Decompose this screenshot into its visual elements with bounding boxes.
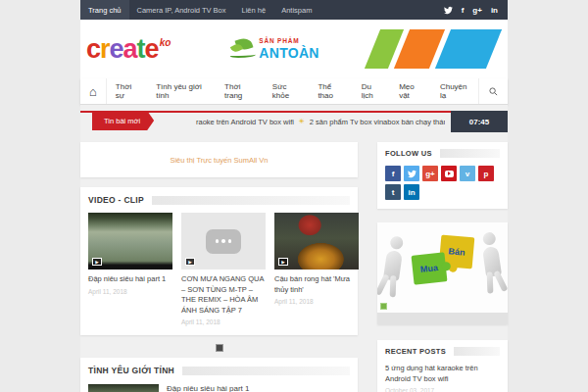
section-title-love: TÌNH YÊU GIỚI TÍNH xyxy=(88,366,174,375)
recent-posts-widget: RECENT POSTS 5 ứng dụng hát karaoke trên… xyxy=(377,340,508,392)
facebook-icon[interactable]: f xyxy=(462,6,465,15)
tumblr-icon[interactable]: t xyxy=(385,184,401,200)
video-date: April 11, 2018 xyxy=(274,298,359,305)
twitter-icon[interactable] xyxy=(444,6,453,15)
badge-top-text: SẢN PHẨM xyxy=(259,38,318,45)
recent-post-item[interactable]: 5 ứng dụng hát karaoke trên Android TV b… xyxy=(385,364,500,392)
ticker-bullet-icon: ✳ xyxy=(299,118,305,125)
video-thumbnail[interactable]: ▶ xyxy=(88,213,172,270)
figure-left xyxy=(380,235,408,282)
recent-post-link[interactable]: 5 ứng dụng hát karaoke trên Android TV b… xyxy=(385,364,500,384)
section-divider xyxy=(80,341,358,358)
play-badge-icon: ▶ xyxy=(278,258,288,266)
play-badge-icon: ▶ xyxy=(92,258,102,266)
leaf-icon xyxy=(230,38,256,60)
search-icon[interactable] xyxy=(478,78,508,104)
logo-suffix: ko xyxy=(160,37,172,48)
video-card[interactable]: ▶ CƠN MƯA NGANG QUA – SƠN TÙNG M-TP – TH… xyxy=(181,213,266,325)
recent-post-date: October 03, 2017 xyxy=(385,387,500,392)
nav-item-thoi-su[interactable]: Thời sự xyxy=(107,78,147,104)
play-badge-icon: ▶ xyxy=(185,258,195,266)
love-section: TÌNH YÊU GIỚI TÍNH Đập niêu siêu hài par… xyxy=(80,358,358,392)
nav-item-the-thao[interactable]: Thể thao xyxy=(309,78,352,104)
clock-display: 07:45 xyxy=(451,111,508,132)
topbar: Trang chủ Camera IP, Android TV Box Liên… xyxy=(80,0,508,20)
content-column: Siêu thị Trực tuyến SumAll Vn VIDEO - CL… xyxy=(80,142,358,392)
divider-square-icon[interactable] xyxy=(216,344,223,352)
site-logo[interactable]: createko xyxy=(86,36,170,63)
facebook-icon[interactable]: f xyxy=(385,166,401,181)
figure-right xyxy=(477,231,505,278)
google-plus-icon[interactable]: g+ xyxy=(472,6,482,15)
safe-product-badge[interactable]: SẢN PHẨM ANTOÀN xyxy=(230,38,318,60)
video-title[interactable]: CƠN MƯA NGANG QUA – SƠN TÙNG M-TP – THE … xyxy=(181,274,266,316)
promo-box: Siêu thị Trực tuyến SumAll Vn xyxy=(80,142,358,177)
topbar-item-antispam[interactable]: Antispam xyxy=(273,0,319,20)
nav-item-tinh-yeu[interactable]: Tình yêu giới tính xyxy=(147,78,216,104)
section-strip xyxy=(152,196,350,205)
header-banner[interactable] xyxy=(363,26,502,72)
section-strip xyxy=(454,347,500,356)
video-date: April 11, 2018 xyxy=(181,318,266,325)
nav-item-chuyen-la[interactable]: Chuyện lạ xyxy=(431,78,478,104)
video-clip-section: VIDEO - CLIP ▶ Đập niêu siêu hài part 1 … xyxy=(80,187,358,335)
youtube-placeholder-icon xyxy=(206,229,241,254)
topbar-item-contact[interactable]: Liên hệ xyxy=(234,0,274,20)
youtube-icon[interactable] xyxy=(441,166,457,181)
ticker-label[interactable]: Tin bài mới xyxy=(92,111,154,130)
article-title[interactable]: Đập niêu siêu hài part 1 xyxy=(167,384,251,392)
linkedin-icon[interactable]: in xyxy=(491,6,498,15)
main-nav: ⌂ Thời sự Tình yêu giới tính Thời trang … xyxy=(80,78,508,105)
recent-posts-title: RECENT POSTS xyxy=(385,347,446,356)
section-title-video: VIDEO - CLIP xyxy=(88,195,144,205)
logo-word: create xyxy=(86,34,159,64)
ticker-item[interactable]: 2 sản phẩm Tv box vinabox bán chạy tháng… xyxy=(310,118,445,126)
linkedin-icon[interactable]: in xyxy=(404,184,419,200)
nav-item-meo-vat[interactable]: Mẹo vặt xyxy=(390,78,431,104)
video-thumbnail[interactable]: ▶ xyxy=(274,213,359,270)
video-card[interactable]: ▶ Đập niêu siêu hài part 1 April 11, 201… xyxy=(88,213,172,325)
topbar-social: f g+ in xyxy=(444,0,508,20)
banner-stripe-blue xyxy=(435,29,502,69)
sidebar: FOLLOW US f g+ v p t in xyxy=(377,142,508,392)
nav-item-du-lich[interactable]: Du lịch xyxy=(353,78,390,104)
article-thumbnail[interactable] xyxy=(88,384,159,392)
ad-corner-icon xyxy=(380,303,387,310)
article-list-item[interactable]: Đập niêu siêu hài part 1 April 11, 2018 … xyxy=(88,384,350,392)
google-plus-icon[interactable]: g+ xyxy=(422,166,438,181)
follow-us-widget: FOLLOW US f g+ v p t in xyxy=(377,142,508,209)
badge-bottom-text: ANTOÀN xyxy=(259,46,318,60)
nav-item-suc-khoe[interactable]: Sức khỏe xyxy=(264,78,310,104)
ad-caption-strip xyxy=(377,313,508,324)
video-card[interactable]: ▶ Cậu bán rong hát 'Mưa thủy tinh' April… xyxy=(274,213,359,325)
follow-us-title: FOLLOW US xyxy=(385,149,432,158)
topbar-item-home[interactable]: Trang chủ xyxy=(80,0,129,20)
topbar-item-camera[interactable]: Camera IP, Android TV Box xyxy=(129,0,234,20)
page-container: Trang chủ Camera IP, Android TV Box Liên… xyxy=(80,0,508,392)
pinterest-icon[interactable]: p xyxy=(478,166,494,181)
ad-banner[interactable]: Bán Mua xyxy=(377,222,508,324)
puzzle-mua: Mua xyxy=(412,252,448,284)
nav-item-thoi-trang[interactable]: Thời trang xyxy=(216,78,264,104)
promo-link[interactable]: Siêu thị Trực tuyến SumAll Vn xyxy=(170,156,268,165)
video-title[interactable]: Cậu bán rong hát 'Mưa thủy tinh' xyxy=(274,274,359,295)
social-buttons: f g+ v p t in xyxy=(385,166,500,200)
section-strip xyxy=(182,367,350,375)
video-date: April 11, 2018 xyxy=(88,288,172,295)
ticker-track: raoke trên Android TV box wifi ✳ 2 sản p… xyxy=(196,113,445,130)
ad-image: Bán Mua xyxy=(377,222,508,313)
video-thumbnail[interactable]: ▶ xyxy=(181,213,266,270)
site-header: createko SẢN PHẨM ANTOÀN xyxy=(80,20,508,78)
section-strip xyxy=(440,149,500,158)
main-area: Tin bài mới raoke trên Android TV box wi… xyxy=(80,105,508,392)
video-title[interactable]: Đập niêu siêu hài part 1 xyxy=(88,274,172,285)
twitter-icon[interactable] xyxy=(404,166,419,181)
vimeo-icon[interactable]: v xyxy=(460,166,475,181)
news-ticker: Tin bài mới raoke trên Android TV box wi… xyxy=(80,111,508,132)
ticker-item[interactable]: raoke trên Android TV box wifi xyxy=(196,118,294,126)
home-icon[interactable]: ⌂ xyxy=(80,78,107,104)
